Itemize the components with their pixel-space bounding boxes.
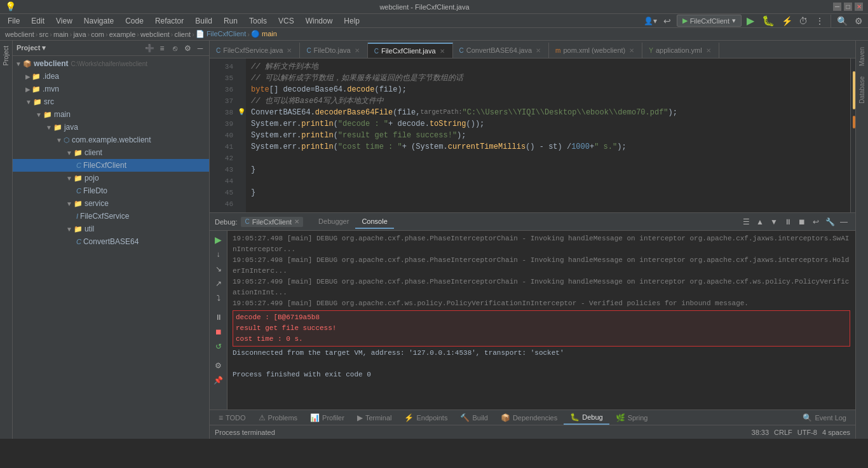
debug-tab-console[interactable]: Console [355, 215, 393, 229]
debug-toolbar-btn4[interactable]: ⏸ [782, 216, 794, 228]
bottom-tab-terminal[interactable]: ▶ Terminal [351, 411, 398, 424]
tree-mvn[interactable]: ▶ 📁 .mvn [13, 83, 209, 95]
tree-util[interactable]: ▼ 📁 util [13, 223, 209, 235]
run-button[interactable]: ▶ [744, 13, 757, 28]
tab-pomxml-close[interactable]: ✕ [628, 47, 635, 54]
breadcrumb-webclient2[interactable]: webclient [140, 31, 170, 38]
breadcrumb-com[interactable]: com [91, 31, 104, 38]
bottom-tab-profiler[interactable]: 📊 Profiler [304, 411, 351, 424]
bottom-tab-eventlog[interactable]: 🔍 Event Log [796, 411, 853, 424]
debug-run-btn[interactable]: ▶ [212, 233, 225, 246]
menu-help[interactable]: Help [339, 15, 365, 27]
debug-title-close[interactable]: ✕ [294, 218, 299, 225]
bottom-tab-endpoints[interactable]: ⚡ Endpoints [398, 411, 454, 424]
debug-pause-all-btn[interactable]: ⏸ [212, 311, 225, 324]
tab-convertbase64[interactable]: C ConvertBASE64.java ✕ [453, 43, 550, 58]
settings-btn[interactable]: ⚙ [851, 14, 865, 28]
tree-pojo[interactable]: ▼ 📁 pojo [13, 172, 209, 184]
debug-settings-btn[interactable]: ⚙ [212, 359, 225, 372]
menu-view[interactable]: View [51, 15, 78, 27]
menu-window[interactable]: Window [301, 15, 338, 27]
menu-tools[interactable]: Tools [244, 15, 272, 27]
debug-rerun-btn[interactable]: ↺ [212, 340, 225, 353]
menu-code[interactable]: Code [120, 15, 149, 27]
tab-filecxfclient-close[interactable]: ✕ [438, 48, 446, 55]
code-content[interactable]: // 解析文件到本地 // 可以解析成字节数组，如果服务端返回的也是字节数组的话… [246, 59, 850, 212]
tree-filecxfclient[interactable]: C FileCxfClient [13, 159, 209, 172]
debug-toolbar-btn2[interactable]: ▲ [754, 216, 766, 228]
debug-step-over-btn[interactable]: ↓ [212, 248, 225, 261]
menu-refactor[interactable]: Refactor [150, 15, 189, 27]
more-run-btn[interactable]: ⋮ [813, 14, 827, 28]
breadcrumb-client[interactable]: client [174, 31, 191, 38]
tree-client[interactable]: ▼ 📁 client [13, 146, 209, 159]
tree-package[interactable]: ▼ ⬡ com.example.webclient [13, 134, 209, 146]
menu-edit[interactable]: Edit [26, 15, 50, 27]
tree-src[interactable]: ▼ 📁 src [13, 95, 209, 108]
menu-file[interactable]: File [3, 15, 25, 27]
menu-navigate[interactable]: Navigate [79, 15, 119, 27]
project-panel-label[interactable]: Project [3, 46, 10, 65]
menu-vcs[interactable]: VCS [273, 15, 299, 27]
settings-tree-btn[interactable]: ⚙ [182, 43, 193, 53]
minimize-panel-btn[interactable]: ─ [195, 43, 205, 53]
debug-toolbar-btn8[interactable]: — [837, 216, 850, 228]
editor-scrollbar[interactable] [850, 59, 855, 212]
profile-run-btn[interactable]: ⏱ [796, 14, 810, 28]
bottom-tab-build[interactable]: 🔨 Build [454, 411, 494, 424]
breadcrumb-method[interactable]: 🔵 main [251, 30, 277, 38]
debug-tab-debugger[interactable]: Debugger [312, 215, 355, 229]
tree-java[interactable]: ▼ 📁 java [13, 121, 209, 134]
line-ending[interactable]: CRLF [774, 429, 792, 436]
encoding[interactable]: UTF-8 [797, 429, 817, 436]
debug-toolbar-btn3[interactable]: ▼ [768, 216, 780, 228]
breadcrumb-example[interactable]: example [109, 31, 136, 38]
tab-pomxml[interactable]: m pom.xml (webclient) ✕ [549, 43, 642, 58]
bottom-tab-problems[interactable]: ⚠ Problems [252, 411, 304, 424]
coverage-btn[interactable]: ⚡ [780, 14, 794, 28]
scroll-to-source-btn[interactable]: ⎋ [170, 43, 180, 53]
debug-pin-btn[interactable]: 📌 [212, 374, 225, 387]
tab-filecxfservice-close[interactable]: ✕ [285, 47, 293, 54]
debug-toolbar-btn7[interactable]: 🔧 [824, 216, 836, 228]
tab-filecxfservice[interactable]: C FileCxfService.java ✕ [210, 43, 300, 58]
bottom-tab-spring[interactable]: 🌿 Spring [609, 411, 654, 424]
tree-main[interactable]: ▼ 📁 main [13, 108, 209, 121]
console-area[interactable]: 19:05:27.498 [main] DEBUG org.apache.cxf… [227, 231, 855, 410]
tab-applicationyml[interactable]: Y application.yml ✕ [642, 43, 719, 58]
tree-service[interactable]: ▼ 📁 service [13, 197, 209, 210]
debug-button[interactable]: 🐛 [759, 13, 777, 28]
maven-tab[interactable]: Maven [857, 43, 867, 70]
indent-info[interactable]: 4 spaces [822, 429, 850, 436]
new-file-btn[interactable]: ➕ [144, 43, 154, 53]
breadcrumb-java[interactable]: java [73, 31, 86, 38]
debug-title-box[interactable]: C FileCxfClient ✕ [241, 217, 303, 227]
minimize-button[interactable]: ─ [833, 3, 841, 11]
debug-run-to-btn[interactable]: ⤵ [212, 292, 225, 305]
close-button[interactable]: ✕ [855, 3, 863, 11]
database-tab[interactable]: Database [857, 72, 867, 107]
debug-toolbar-btn6[interactable]: ↩ [810, 216, 822, 228]
debug-toolbar-btn5[interactable]: ⏹ [796, 216, 808, 228]
debug-stop-btn[interactable]: ⏹ [212, 326, 225, 338]
debug-toolbar-btn1[interactable]: ☰ [740, 216, 752, 228]
collapse-all-btn[interactable]: ≡ [157, 43, 167, 53]
maximize-button[interactable]: □ [844, 3, 852, 11]
search-everywhere-btn[interactable]: 🔍 [835, 14, 849, 28]
tab-filedto[interactable]: C FileDto.java ✕ [300, 43, 367, 58]
profile-btn[interactable]: 👤▾ [644, 14, 658, 28]
bottom-tab-debug[interactable]: 🐛 Debug [564, 411, 609, 425]
menu-build[interactable]: Build [190, 15, 217, 27]
debug-step-out-btn[interactable]: ↗ [212, 277, 225, 290]
breadcrumb-webclient[interactable]: webclient [5, 31, 34, 38]
bottom-tab-todo[interactable]: ≡ TODO [212, 411, 252, 424]
tab-filedto-close[interactable]: ✕ [353, 47, 361, 54]
undo-btn[interactable]: ↩ [660, 14, 674, 28]
tab-filecxfclient[interactable]: C FileCxfClient.java ✕ [368, 43, 453, 58]
tree-filedto[interactable]: C FileDto [13, 184, 209, 197]
breadcrumb-file[interactable]: 📄 FileCxfClient [196, 30, 246, 38]
debug-step-into-btn[interactable]: ↘ [212, 263, 225, 275]
tree-idea[interactable]: ▶ 📁 .idea [13, 70, 209, 83]
tree-root[interactable]: ▼ 📦 webclient C:\Works\chaifen\webclient [13, 57, 209, 70]
breadcrumb-main[interactable]: main [53, 31, 69, 38]
